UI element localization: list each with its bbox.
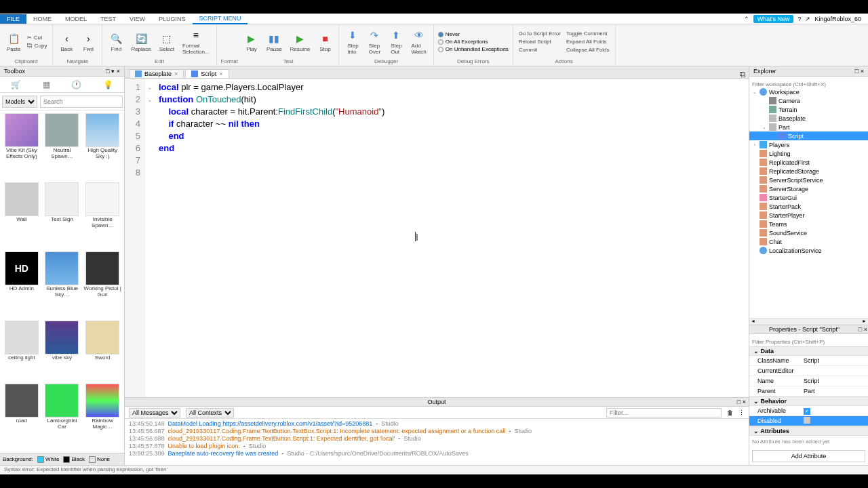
tree-node[interactable]: Terrain xyxy=(749,105,868,114)
toolbox-item[interactable]: Working Pistol | Gun xyxy=(83,251,121,318)
output-filter-input[interactable] xyxy=(606,408,722,418)
tree-node[interactable]: Lighting xyxy=(749,149,868,158)
resume-button[interactable]: ▶Resume xyxy=(288,30,313,54)
goto-err-button[interactable]: Go to Script Error xyxy=(517,30,562,37)
select-button[interactable]: ⬚Select xyxy=(157,30,177,54)
category-select[interactable]: Models xyxy=(2,96,37,108)
bg-black[interactable]: Black xyxy=(63,456,85,463)
tree-node[interactable]: Teams xyxy=(749,220,868,228)
toolbox-item[interactable]: Vibe Kit (Sky Effects Only) xyxy=(3,113,41,180)
menu-plugins[interactable]: PLUGINS xyxy=(152,14,193,24)
toolbox-item[interactable]: vibe sky xyxy=(43,321,81,381)
prop-row[interactable]: ParentPart xyxy=(749,386,868,396)
tree-node[interactable]: ReplicatedFirst xyxy=(749,158,868,167)
copy-button[interactable]: ⿻ Copy xyxy=(26,42,48,49)
menu-model[interactable]: MODEL xyxy=(58,14,94,24)
toolbox-item[interactable]: Sunless Blue Sky… xyxy=(43,251,81,318)
tb-tab-recent[interactable]: 🕐 xyxy=(71,80,81,89)
toolbox-item[interactable]: Invisible Spawn… xyxy=(83,182,121,249)
toolbox-item[interactable]: Lamborghini Car xyxy=(43,384,81,450)
whats-new-button[interactable]: What's New xyxy=(753,15,794,23)
props-filter[interactable] xyxy=(749,337,868,346)
stop-button[interactable]: ■Stop xyxy=(315,30,334,54)
commit-button[interactable]: Commit xyxy=(517,46,562,54)
code-editor[interactable]: 12345678 ⌄⌄ local plr = game.Players.Loc… xyxy=(125,79,749,397)
prop-row[interactable]: CurrentEditor xyxy=(749,366,868,376)
tree-node[interactable]: StarterGui xyxy=(749,193,868,202)
prop-row[interactable]: Archivable✓ xyxy=(749,406,868,416)
collapse-folds-button[interactable]: Collapse All Folds xyxy=(565,46,611,54)
tree-node[interactable]: StarterPack xyxy=(749,202,868,211)
tb-tab-marketplace[interactable]: 🛒 xyxy=(11,80,21,89)
add-watch-button[interactable]: 👁Add Watch xyxy=(408,27,429,56)
format-sel-button[interactable]: ≡Format Selection... xyxy=(180,27,212,56)
share-icon[interactable]: ↗ xyxy=(805,16,810,22)
prop-row[interactable]: NameScript xyxy=(749,376,868,386)
paste-button[interactable]: 📋Paste xyxy=(4,30,23,54)
tab-baseplate[interactable]: Baseplate× xyxy=(129,69,184,78)
play-button[interactable]: ▶Play xyxy=(242,30,261,54)
collapse-icon[interactable]: ⌃ xyxy=(744,16,749,22)
never-radio[interactable]: Never xyxy=(438,30,509,38)
tree-node[interactable]: ›Players xyxy=(749,140,868,149)
toolbox-item[interactable]: road xyxy=(3,384,41,450)
menu-view[interactable]: VIEW xyxy=(123,14,152,24)
tree-node[interactable]: ReplicatedStorage xyxy=(749,167,868,176)
step-over-button[interactable]: ↷Step Over xyxy=(365,27,384,56)
menu-home[interactable]: HOME xyxy=(26,14,58,24)
toolbox-item[interactable]: HDHD Admin xyxy=(3,251,41,318)
back-button[interactable]: ‹Back xyxy=(57,30,76,54)
close-icon[interactable]: □ × xyxy=(737,399,746,405)
tree-node[interactable]: StarterPlayer xyxy=(749,211,868,220)
tree-node[interactable]: ServerStorage xyxy=(749,184,868,193)
prop-row[interactable]: Disabled xyxy=(749,416,868,426)
toolbox-item[interactable]: ceiling light xyxy=(3,321,41,381)
bg-none[interactable]: None xyxy=(89,456,110,463)
filter-contexts[interactable]: All Contexts xyxy=(186,408,234,418)
tb-tab-create[interactable]: 💡 xyxy=(103,80,113,89)
toolbox-item[interactable]: Sword xyxy=(83,321,121,381)
filter-messages[interactable]: All Messages xyxy=(129,408,180,418)
close-icon[interactable]: □ × xyxy=(855,68,864,75)
fwd-button[interactable]: ›Fwd xyxy=(79,30,98,54)
cut-button[interactable]: ✂ Cut xyxy=(26,34,48,41)
more-icon[interactable]: ⋮ xyxy=(738,409,745,416)
toolbox-item[interactable]: Neutral Spawn… xyxy=(43,113,81,180)
tb-tab-inventory[interactable]: ▦ xyxy=(43,80,50,89)
scrollbar[interactable] xyxy=(749,318,868,325)
tree-node[interactable]: ⌄Workspace xyxy=(749,87,868,96)
pause-button[interactable]: ▮▮Pause xyxy=(264,30,285,54)
close-icon[interactable]: □ × xyxy=(859,326,867,333)
file-menu[interactable]: FILE xyxy=(0,14,26,24)
close-icon[interactable]: □ ▾ × xyxy=(106,68,120,75)
unhandled-radio[interactable]: On Unhandled Exceptions xyxy=(438,45,509,53)
toolbox-item[interactable]: High Quality Sky :) xyxy=(83,113,121,180)
tree-node[interactable]: Baseplate xyxy=(749,114,868,123)
add-attribute-button[interactable]: Add Attribute xyxy=(752,450,865,462)
replace-button[interactable]: 🔄Replace xyxy=(128,30,153,54)
bg-white[interactable]: White xyxy=(37,456,59,463)
tree-node[interactable]: LocalizationService xyxy=(749,246,868,255)
step-into-button[interactable]: ⬇Step Into xyxy=(343,27,362,56)
close-icon[interactable]: × xyxy=(219,70,222,77)
all-exc-radio[interactable]: On All Exceptions xyxy=(438,38,509,45)
trash-icon[interactable]: 🗑 xyxy=(727,409,733,416)
reload-button[interactable]: Reload Script xyxy=(517,38,562,45)
menu-test[interactable]: TEST xyxy=(94,14,123,24)
step-out-button[interactable]: ⬆Step Out xyxy=(387,27,406,56)
help-icon[interactable]: ? xyxy=(797,16,801,22)
tree-node[interactable]: Script xyxy=(749,131,868,140)
tree-node[interactable]: ⌄Part xyxy=(749,123,868,131)
tab-script[interactable]: Script× xyxy=(185,69,229,78)
expand-folds-button[interactable]: Expand All Folds xyxy=(565,38,611,45)
tree-node[interactable]: Camera xyxy=(749,96,868,105)
toggle-comment-button[interactable]: Toggle Comment xyxy=(565,30,611,37)
close-icon[interactable]: × xyxy=(174,70,178,77)
toolbox-item[interactable]: Wall xyxy=(3,182,41,249)
menu-script menu[interactable]: SCRIPT MENU xyxy=(193,14,248,24)
tree-node[interactable]: ServerScriptService xyxy=(749,176,868,184)
tree-node[interactable]: Chat xyxy=(749,237,868,246)
toolbox-item[interactable]: Rainbow Magic… xyxy=(83,384,121,450)
prop-row[interactable]: ClassNameScript xyxy=(749,356,868,366)
detach-icon[interactable]: ⿻ xyxy=(737,71,749,78)
